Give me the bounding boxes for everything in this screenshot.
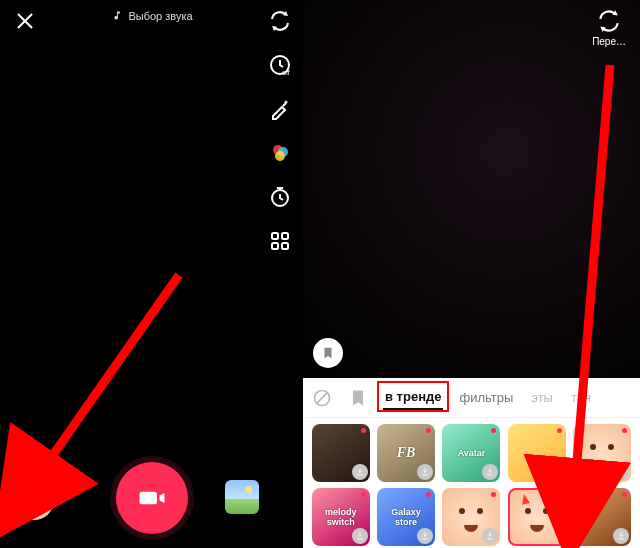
- switch-camera-button[interactable]: Пере…: [592, 8, 626, 47]
- tab-filters[interactable]: фильтры: [457, 386, 515, 409]
- tab-dance-partial[interactable]: тан: [569, 386, 593, 409]
- tab-effects-partial[interactable]: эты: [529, 386, 555, 409]
- effects-grid: FB Avatar melody switch Galaxy store: [303, 418, 640, 548]
- record-screen: Выбор звука off: [0, 0, 303, 548]
- svg-rect-6: [272, 233, 278, 239]
- tool-column: off: [267, 8, 293, 254]
- beauty-icon[interactable]: [267, 96, 293, 122]
- effect-tile[interactable]: Galaxy store: [377, 488, 435, 546]
- upload-button[interactable]: [225, 480, 259, 514]
- timer-icon[interactable]: [267, 184, 293, 210]
- favorites-tab-icon[interactable]: [347, 387, 369, 409]
- effect-tile-devil[interactable]: [508, 488, 566, 546]
- effect-tile[interactable]: [508, 424, 566, 482]
- effects-button[interactable]: [14, 480, 54, 520]
- switch-camera-icon: [596, 8, 622, 34]
- effect-tile[interactable]: Avatar: [442, 424, 500, 482]
- tab-trending[interactable]: в тренде: [383, 385, 443, 410]
- filters-icon[interactable]: [267, 140, 293, 166]
- effect-tile[interactable]: [312, 424, 370, 482]
- effect-tile[interactable]: FB: [377, 424, 435, 482]
- close-icon[interactable]: [14, 10, 36, 32]
- svg-rect-7: [282, 233, 288, 239]
- smiley-face-icon: [14, 480, 54, 520]
- switch-camera-icon[interactable]: [267, 8, 293, 34]
- no-effect-icon[interactable]: [311, 387, 333, 409]
- pick-sound-label: Выбор звука: [128, 10, 192, 22]
- effects-drawer: в тренде фильтры эты тан FB Avatar melod…: [303, 378, 640, 548]
- video-camera-icon: [137, 483, 167, 513]
- music-note-icon: [110, 10, 122, 22]
- effects-screen: Пере… в тренде фильтры эты тан FB: [303, 0, 640, 548]
- svg-text:off: off: [282, 69, 290, 76]
- svg-rect-9: [282, 243, 288, 249]
- camera-preview: [303, 0, 640, 378]
- bookmark-icon: [321, 346, 335, 360]
- record-button[interactable]: [116, 462, 188, 534]
- effect-tile[interactable]: [573, 424, 631, 482]
- bookmark-button[interactable]: [313, 338, 343, 368]
- more-grid-icon[interactable]: [267, 228, 293, 254]
- effects-tabs: в тренде фильтры эты тан: [303, 378, 640, 418]
- speed-icon[interactable]: off: [267, 52, 293, 78]
- svg-rect-8: [272, 243, 278, 249]
- switch-camera-label: Пере…: [592, 36, 626, 47]
- effect-tile[interactable]: [442, 488, 500, 546]
- effect-tile[interactable]: [573, 488, 631, 546]
- effect-tile[interactable]: melody switch: [312, 488, 370, 546]
- svg-point-4: [275, 151, 285, 161]
- pick-sound-button[interactable]: Выбор звука: [110, 10, 192, 22]
